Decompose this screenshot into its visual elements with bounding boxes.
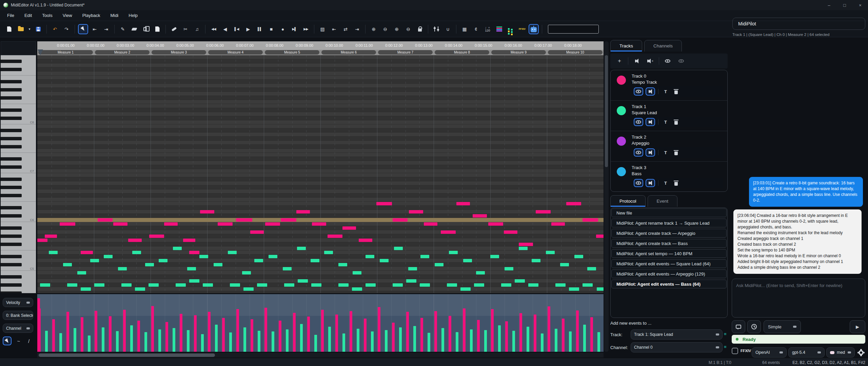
track-delete-button[interactable] <box>672 118 680 126</box>
velocity-bar[interactable] <box>116 331 119 352</box>
effort-dropdown[interactable]: med <box>826 347 855 358</box>
mute-all-tracks-button[interactable]: × <box>645 56 655 66</box>
pause-button[interactable]: ▌▌ <box>255 24 265 34</box>
velocity-bar[interactable] <box>541 333 544 352</box>
track-row-2[interactable]: Track 2ArpeggioT <box>611 131 727 162</box>
track-row-0[interactable]: Track 0Tempo TrackT <box>611 70 727 101</box>
midipilot-toggle-button[interactable] <box>529 24 539 34</box>
channel-view-dropdown[interactable]: Channel <box>3 324 33 333</box>
midi-note[interactable] <box>447 283 457 287</box>
midi-note[interactable] <box>311 259 319 262</box>
velocity-bar[interactable] <box>88 336 91 352</box>
protocol-item-2[interactable]: MidiPilot: Agent create track — Arpeggio <box>611 229 727 238</box>
velocity-select-tool-button[interactable] <box>3 337 12 345</box>
midi-note[interactable] <box>501 283 511 287</box>
velocity-bar[interactable] <box>264 308 267 352</box>
velocity-bar[interactable] <box>576 310 579 352</box>
midi-note[interactable] <box>435 263 443 266</box>
midi-note[interactable] <box>67 283 77 287</box>
velocity-bar[interactable] <box>137 321 140 352</box>
midi-note[interactable] <box>218 222 233 226</box>
menu-tools[interactable]: Tools <box>37 11 57 20</box>
midi-note[interactable] <box>449 251 458 254</box>
velocity-bar[interactable] <box>392 323 395 352</box>
align-left-button[interactable]: ⇤ <box>329 24 339 34</box>
midi-note[interactable] <box>176 283 186 287</box>
velocity-curve-tool-button[interactable]: ~ <box>14 337 23 345</box>
velocity-bar[interactable] <box>364 319 367 352</box>
midi-note[interactable] <box>159 259 167 262</box>
menu-view[interactable]: View <box>58 11 77 20</box>
add-track-button[interactable]: + <box>614 56 625 66</box>
velocity-bar[interactable] <box>222 318 225 352</box>
open-file-button[interactable] <box>16 24 26 34</box>
midi-note[interactable] <box>297 247 306 250</box>
velocity-bar[interactable] <box>109 316 112 352</box>
step-back-button[interactable]: ▌◀ <box>232 24 242 34</box>
midi-note[interactable] <box>312 222 326 226</box>
midi-note[interactable] <box>257 283 267 287</box>
velocity-bar[interactable] <box>151 306 154 352</box>
time-ruler[interactable]: 0:00:01.000:00:02.000:00:03.000:00:04.00… <box>37 41 604 50</box>
zoom-in-vertical-button[interactable]: ⊕ <box>392 24 402 34</box>
velocity-bar[interactable] <box>335 314 338 352</box>
new-chat-button[interactable] <box>732 320 745 333</box>
track-audio-button[interactable] <box>646 87 655 96</box>
velocity-bar[interactable] <box>208 312 211 352</box>
velocity-bar[interactable] <box>342 333 345 352</box>
track-delete-button[interactable] <box>672 148 680 157</box>
tab-protocol[interactable]: Protocol <box>610 195 646 207</box>
align-right-button[interactable]: ⇥ <box>352 24 362 34</box>
track-audio-button[interactable] <box>646 179 655 187</box>
velocity-bar[interactable] <box>201 334 204 352</box>
provider-dropdown[interactable]: OpenAI <box>752 347 787 358</box>
track-rename-button[interactable]: T <box>662 148 670 157</box>
ffxiv-button[interactable]: FFXIV <box>517 24 527 34</box>
velocity-bar[interactable] <box>371 331 374 352</box>
midi-note[interactable] <box>37 239 47 242</box>
midi-note[interactable] <box>519 243 533 246</box>
toolbar-search-input[interactable] <box>548 25 599 34</box>
midi-settings-button[interactable] <box>431 24 441 34</box>
velocity-bar[interactable] <box>74 328 76 352</box>
midi-note[interactable] <box>597 287 604 291</box>
track-visibility-button[interactable] <box>634 87 643 96</box>
velocity-bar[interactable] <box>399 327 402 352</box>
lock-screen-button[interactable] <box>415 24 425 34</box>
midi-note[interactable] <box>104 255 113 258</box>
velocity-bar[interactable] <box>477 320 480 352</box>
close-button[interactable]: × <box>852 0 868 10</box>
midi-note[interactable] <box>265 222 280 226</box>
midi-note[interactable] <box>441 230 456 234</box>
piano-keys[interactable]: C8C7C6C5 <box>1 55 36 293</box>
copy-button[interactable] <box>141 24 151 34</box>
midi-note[interactable] <box>132 251 141 254</box>
velocity-bar[interactable] <box>420 318 423 352</box>
velocity-bar[interactable] <box>562 319 565 352</box>
midi-note[interactable] <box>203 283 213 287</box>
midi-note[interactable] <box>463 259 472 262</box>
midi-note[interactable] <box>566 202 581 205</box>
midi-note[interactable] <box>551 222 565 226</box>
midi-note[interactable] <box>243 287 254 291</box>
velocity-bar[interactable] <box>59 333 62 352</box>
midi-note[interactable] <box>118 267 127 270</box>
history-button[interactable] <box>747 320 761 333</box>
midi-note[interactable] <box>596 235 604 238</box>
midi-note[interactable] <box>63 263 72 266</box>
model-dropdown[interactable]: gpt-5.4 <box>788 347 825 358</box>
maximize-button[interactable]: □ <box>837 0 852 10</box>
velocity-bar[interactable] <box>144 332 147 352</box>
velocity-bar[interactable] <box>555 329 557 352</box>
midi-note[interactable] <box>283 267 292 270</box>
channel-select-dropdown[interactable]: Channel 0 <box>631 342 723 352</box>
midi-note[interactable] <box>135 287 145 291</box>
midi-note[interactable] <box>296 210 310 214</box>
send-button[interactable]: ▶ <box>850 320 865 333</box>
midi-note[interactable] <box>352 287 362 291</box>
velocity-bar[interactable] <box>456 332 458 352</box>
mode-dropdown[interactable]: Simple <box>764 320 801 333</box>
menu-midi[interactable]: Midi <box>105 11 123 20</box>
midi-note[interactable] <box>546 251 555 254</box>
midi-note[interactable] <box>298 279 308 283</box>
